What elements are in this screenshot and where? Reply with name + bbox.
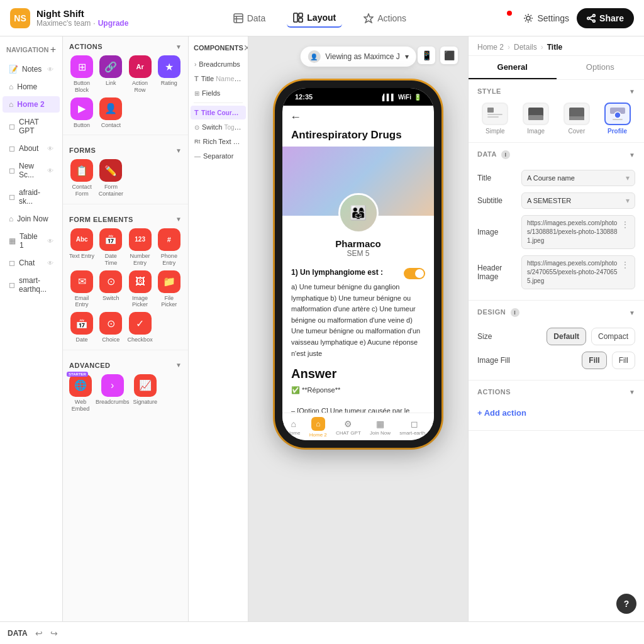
undo-button[interactable]: ↩ — [35, 628, 43, 638]
sidebar-item-smart[interactable]: ◻ smart-earthq... — [3, 272, 60, 297]
comp-action-row[interactable]: Ar Action Row — [128, 55, 153, 94]
tree-panel: COMPONENTS ✕ › Breadcrumbs T Title Name … — [189, 36, 248, 621]
sidebar-item-chat[interactable]: ◻ Chat 👁 — [3, 255, 60, 271]
style-profile-preview — [604, 103, 631, 125]
device-tablet-icon[interactable]: ⬛ — [440, 47, 458, 64]
rp-style-header[interactable]: STYLE ▼ — [469, 80, 644, 100]
sidebar-item-joinnow[interactable]: ⌂ Join Now — [3, 211, 60, 227]
pnav-chatgpt[interactable]: ⚙ CHAT GPT — [336, 419, 361, 436]
style-opt-cover[interactable]: Cover — [559, 103, 595, 135]
comp-button[interactable]: ▶ Button — [69, 97, 94, 129]
redo-button[interactable]: ↪ — [50, 628, 58, 638]
home-icon: ⌂ — [9, 82, 13, 91]
forms-section-header[interactable]: FORMS ▼ — [69, 147, 182, 154]
upgrade-link[interactable]: Upgrade — [98, 19, 129, 28]
rp-tab-general[interactable]: General — [469, 56, 557, 79]
style-cover-preview — [564, 103, 590, 125]
comp-text-entry[interactable]: Abc Text Entry — [69, 228, 94, 267]
svg-point-11 — [587, 17, 590, 19]
image-dots-icon[interactable]: ⋮ — [621, 219, 630, 231]
comp-rating[interactable]: ★ Rating — [157, 55, 182, 94]
comp-switch[interactable]: ⊙ Switch — [98, 270, 123, 309]
comp-web-embed[interactable]: 🌐 STARTER Web Embed — [69, 374, 92, 413]
sidebar-item-notes[interactable]: 📝 Notes 👁 — [3, 61, 60, 77]
comp-contact[interactable]: 👤 Contact — [98, 97, 123, 129]
bc-details[interactable]: Details — [514, 43, 537, 52]
sidebar-item-afraid[interactable]: ◻ afraid-sk... — [3, 184, 60, 209]
rp-actions-header[interactable]: ACTIONS ▼ — [469, 380, 644, 401]
nav-add-button[interactable]: + — [50, 44, 56, 55]
bc-home2[interactable]: Home 2 — [477, 43, 504, 52]
settings-button[interactable]: Settings — [523, 13, 569, 23]
style-opt-profile[interactable]: Profile — [599, 103, 635, 135]
comp-image-picker[interactable]: 🖼 Image Picker — [128, 270, 153, 309]
sidebar-item-newsc[interactable]: ◻ New Sc... 👁 — [3, 158, 60, 183]
data-subtitle-value[interactable]: A SEMESTER ▾ — [521, 192, 635, 209]
tree-item-breadcrumbs[interactable]: › Breadcrumbs — [191, 57, 246, 71]
fill-btn-fill1[interactable]: Fill — [582, 352, 606, 369]
svg-rect-4 — [294, 13, 297, 22]
rp-tabs: General Options — [469, 56, 644, 80]
comp-date[interactable]: 📅 Date — [69, 312, 94, 343]
comp-button-block[interactable]: ⊞ Button Block — [69, 55, 94, 94]
nav-label: NAVIGATION — [6, 46, 48, 53]
sidebar-item-home[interactable]: ⌂ Home — [3, 79, 60, 95]
phone-back-button[interactable]: ← — [282, 106, 434, 129]
rp-tab-options[interactable]: Options — [557, 56, 645, 79]
comp-choice[interactable]: ⊙ Choice — [98, 312, 123, 343]
tree-close-button[interactable]: ✕ — [243, 43, 248, 53]
comp-signature[interactable]: 📈 Signature — [133, 374, 158, 413]
actions-section-header[interactable]: ACTIONS ▼ — [69, 43, 182, 50]
pnav-home2[interactable]: ⌂ Home 2 — [309, 417, 327, 438]
tree-item-switch[interactable]: ⊙ Switch Toggle — [191, 120, 246, 134]
comp-form-container[interactable]: ✏️ Form Container — [98, 159, 123, 197]
tree-item-richtext[interactable]: Rt Rich Text # Ans... — [191, 135, 246, 148]
tree-item-title1[interactable]: T Title Name of t... — [191, 72, 246, 86]
pnav-joinnow[interactable]: ▦ Join Now — [370, 419, 391, 436]
help-button[interactable]: ? — [616, 594, 636, 614]
tree-item-title2[interactable]: T Title Course na... — [191, 106, 246, 119]
style-opt-image[interactable]: Image — [518, 103, 554, 135]
phone-time: 12:35 — [295, 93, 313, 101]
data-header-image-value[interactable]: https://images.pexels.com/photos/2470655… — [521, 255, 635, 289]
fill-btn-fill2[interactable]: Fill — [612, 352, 635, 369]
form-elements-header[interactable]: FORM ELEMENTS ▼ — [69, 216, 182, 223]
tab-data[interactable]: Data — [227, 9, 272, 27]
data-title-value[interactable]: A Course name ▾ — [521, 170, 635, 186]
size-btn-default[interactable]: Default — [547, 328, 586, 345]
comp-number-entry[interactable]: 123 Number Entry — [128, 228, 153, 267]
advanced-section-header[interactable]: ADVANCED ▼ — [69, 362, 182, 369]
comp-breadcrumbs[interactable]: › Breadcrumbs — [96, 374, 130, 413]
canvas-icons: 📱 ⬛ — [418, 47, 458, 64]
share-button[interactable]: Share — [577, 8, 634, 28]
rp-actions-section: ACTIONS ▼ + Add action — [469, 380, 644, 431]
comp-phone-entry[interactable]: # Phone Entry — [157, 228, 182, 267]
comp-link[interactable]: 🔗 Link — [98, 55, 123, 94]
svg-rect-16 — [487, 116, 499, 118]
comp-contact-form[interactable]: 📋 Contact Form — [69, 159, 94, 197]
tab-layout[interactable]: Layout — [287, 9, 342, 28]
comp-email-entry[interactable]: ✉ Email Entry — [69, 270, 94, 309]
rp-design-header[interactable]: DESIGN i ▼ — [469, 301, 644, 322]
comp-file-picker[interactable]: 📁 File Picker — [157, 270, 182, 309]
sidebar-item-table1[interactable]: ▦ Table 1 👁 — [3, 228, 60, 253]
phone-toggle[interactable] — [404, 268, 425, 279]
rp-data-header[interactable]: DATA i ▼ — [469, 143, 644, 164]
style-opt-simple[interactable]: Simple — [477, 103, 513, 135]
comp-date-time[interactable]: 📅 Date Time — [98, 228, 123, 267]
size-btn-compact[interactable]: Compact — [591, 328, 635, 345]
pnav-home[interactable]: ⌂ Home — [287, 419, 300, 436]
data-image-value[interactable]: https://images.pexels.com/photos/1308881… — [521, 215, 635, 249]
add-action-button[interactable]: + Add action — [477, 403, 635, 423]
comp-checkbox[interactable]: ✓ Checkbox — [128, 312, 153, 343]
pnav-smart[interactable]: ◻ smart-earth... — [399, 419, 430, 436]
sidebar-item-home2[interactable]: ⌂ Home 2 — [3, 96, 60, 113]
viewer-bar[interactable]: 👤 Viewing as Maximce J ▾ — [300, 47, 416, 67]
sidebar-item-about[interactable]: ◻ About 👁 — [3, 140, 60, 157]
sidebar-item-chatgpt[interactable]: ◻ CHAT GPT — [3, 114, 60, 139]
device-mobile-icon[interactable]: 📱 — [418, 47, 435, 64]
tree-item-fields[interactable]: ⊞ Fields — [191, 86, 246, 100]
tree-item-separator[interactable]: — Separator — [191, 149, 246, 163]
header-image-dots-icon[interactable]: ⋮ — [621, 259, 630, 272]
tab-actions[interactable]: Actions — [357, 9, 413, 27]
